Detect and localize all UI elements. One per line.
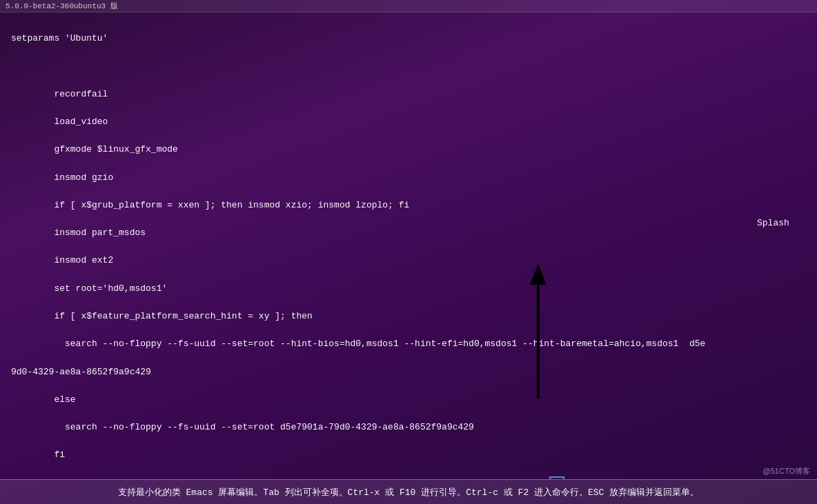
svg-marker-1 bbox=[530, 264, 547, 285]
top-bar: 5.0.0-beta2-360ubuntu3 版 bbox=[0, 0, 817, 12]
line-3: load_video bbox=[11, 115, 806, 129]
screen: 5.0.0-beta2-360ubuntu3 版 setparams 'Ubun… bbox=[0, 0, 817, 504]
splash-label: Splash bbox=[757, 218, 789, 228]
line-1 bbox=[11, 59, 806, 73]
line-2: recordfail bbox=[11, 88, 806, 101]
line-8: insmod ext2 bbox=[11, 254, 806, 268]
line-10: if [ x$feature_platform_search_hint = xy… bbox=[11, 310, 806, 323]
line-12: 9d0-4329-ae8a-8652f9a9c429 bbox=[11, 365, 806, 379]
line-5: insmod gzio bbox=[11, 171, 806, 185]
arrow-annotation bbox=[518, 261, 559, 405]
line-6: if [ x$grub_platform = xxen ]; then insm… bbox=[11, 199, 806, 212]
line-9: set root='hd0,msdos1' bbox=[11, 282, 806, 296]
line-0: setparams 'Ubuntu' bbox=[11, 32, 806, 46]
terminal-output: setparams 'Ubuntu' recordfail load_video… bbox=[11, 18, 806, 479]
watermark: @51CTO博客 bbox=[763, 466, 810, 476]
line-11: search --no-floppy --fs-uuid --set=root … bbox=[11, 337, 806, 351]
line-14: search --no-floppy --fs-uuid --set=root … bbox=[11, 421, 806, 434]
highlight-rw: rw bbox=[549, 476, 564, 479]
main-content: setparams 'Ubuntu' recordfail load_video… bbox=[0, 12, 817, 479]
bottom-bar-text: 支持最小化的类 Emacs 屏幕编辑。Tab 列出可补全项。Ctrl-x 或 F… bbox=[118, 486, 699, 498]
line-16: linux /boot/vmlinuz-4.4.0-66-generic roo… bbox=[11, 476, 806, 479]
bottom-bar: 支持最小化的类 Emacs 屏幕编辑。Tab 列出可补全项。Ctrl-x 或 F… bbox=[0, 479, 817, 504]
line-13: else bbox=[11, 393, 806, 407]
top-bar-text: 5.0.0-beta2-360ubuntu3 版 bbox=[6, 1, 118, 11]
line-15: fi bbox=[11, 448, 806, 462]
line-7: insmod part_msdos bbox=[11, 226, 806, 240]
line-4: gfxmode $linux_gfx_mode bbox=[11, 143, 806, 157]
